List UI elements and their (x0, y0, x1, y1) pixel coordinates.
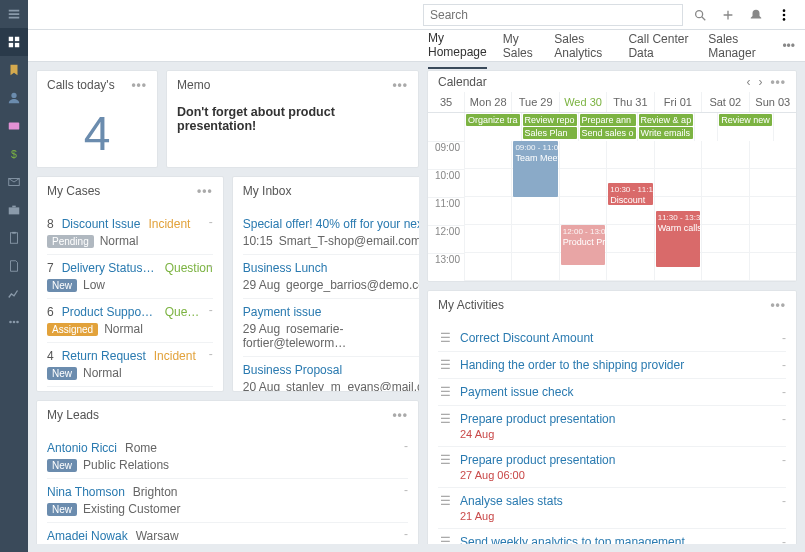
activity-title[interactable]: Send weekly analytics to top management (460, 535, 685, 544)
cal-hour-label: 11:00 (428, 197, 464, 225)
cal-allday-chip[interactable]: Send sales o (580, 127, 636, 139)
row-dash: - (404, 483, 408, 497)
activities-title: My Activities (438, 298, 504, 312)
row-dash: - (782, 385, 786, 399)
activity-row[interactable]: ☰ Analyse sales stats 21 Aug - (438, 488, 786, 529)
case-row[interactable]: 6Product Support QuestionQue… AssignedNo… (47, 299, 213, 343)
cal-allday-chip[interactable]: Review repo (523, 114, 577, 126)
cal-week: 35 (428, 92, 464, 112)
lead-name[interactable]: Amadei Nowak (47, 529, 128, 543)
cal-event[interactable]: 10:30 - 11:15Discount (608, 183, 652, 205)
case-row[interactable]: 4Return RequestIncident NewNormal - (47, 343, 213, 387)
activity-row[interactable]: ☰ Send weekly analytics to top managemen… (438, 529, 786, 544)
search-icon[interactable] (689, 4, 711, 26)
cal-allday-chip[interactable]: Organize tra (466, 114, 520, 126)
lead-row[interactable]: Antonio RicciRome NewPublic Relations - (47, 435, 408, 479)
document-icon[interactable] (0, 252, 28, 280)
mail-icon[interactable] (0, 168, 28, 196)
panel-more-icon[interactable]: ••• (392, 78, 408, 92)
activity-row[interactable]: ☰ Handing the order to the shipping prov… (438, 352, 786, 379)
panel-more-icon[interactable]: ••• (131, 78, 147, 92)
inbox-subject[interactable]: Special offer! 40% off for your next … (243, 217, 419, 231)
activity-row[interactable]: ☰ Payment issue check - (438, 379, 786, 406)
case-type: Que… (165, 305, 200, 319)
activity-title[interactable]: Correct Discount Amount (460, 331, 593, 345)
case-title[interactable]: Delivery Status Check (62, 261, 157, 275)
cal-allday-chip[interactable]: Sales Plan (523, 127, 577, 139)
panel-more-icon[interactable]: ••• (770, 298, 786, 312)
activity-title[interactable]: Prepare product presentation (460, 412, 615, 426)
task-icon: ☰ (438, 453, 452, 467)
inbox-row[interactable]: Business Proposal 20 Augstanley_m_evans@… (243, 357, 419, 391)
tab-analytics[interactable]: Sales Analytics (554, 24, 612, 68)
inbox-subject[interactable]: Payment issue (243, 305, 419, 319)
activity-row[interactable]: ☰ Prepare product presentation 27 Aug 06… (438, 447, 786, 488)
inbox-subject[interactable]: Business Proposal (243, 363, 419, 377)
cal-day-header[interactable]: Tue 29 (511, 92, 558, 112)
calendar-title: Calendar (438, 75, 487, 89)
lead-name[interactable]: Nina Thomson (47, 485, 125, 499)
chart-icon[interactable] (0, 280, 28, 308)
add-icon[interactable] (717, 4, 739, 26)
lead-row[interactable]: Nina ThomsonBrighton NewExisting Custome… (47, 479, 408, 523)
tabs-more-icon[interactable]: ••• (782, 39, 795, 53)
cal-event[interactable]: 09:00 - 11:00Team Meeting (513, 141, 557, 197)
activity-title[interactable]: Payment issue check (460, 385, 573, 399)
lead-row[interactable]: Amadei NowakWarsaw In ProcessPartner - (47, 523, 408, 544)
activity-title[interactable]: Handing the order to the shipping provid… (460, 358, 684, 372)
person-icon[interactable] (0, 84, 28, 112)
memo-title: Memo (177, 78, 210, 92)
inbox-subject[interactable]: Business Lunch (243, 261, 419, 275)
cal-allday-chip[interactable]: Review & ap (639, 114, 694, 126)
dollar-icon[interactable]: $ (0, 140, 28, 168)
activity-title[interactable]: Prepare product presentation (460, 453, 615, 467)
bookmark-icon[interactable] (0, 56, 28, 84)
panel-more-icon[interactable]: ••• (392, 408, 408, 422)
cal-day-header[interactable]: Mon 28 (464, 92, 511, 112)
dashboard-icon[interactable] (0, 28, 28, 56)
more-icon[interactable] (0, 308, 28, 336)
inbox-row[interactable]: Payment issue 29 Augrosemarie-fortier@te… (243, 299, 419, 357)
task-icon: ☰ (438, 385, 452, 399)
case-title[interactable]: Product Support Question (62, 305, 157, 319)
panel-more-icon[interactable]: ••• (197, 184, 213, 198)
menu-icon[interactable] (0, 0, 28, 28)
case-title[interactable]: Discount Issue (62, 217, 141, 231)
activity-title[interactable]: Analyse sales stats (460, 494, 563, 508)
bell-icon[interactable] (745, 4, 767, 26)
case-row[interactable]: 3Asking for compensation due to … Pendin… (47, 387, 213, 391)
cal-allday-chip[interactable]: Review new (719, 114, 772, 126)
tab-sales[interactable]: My Sales (503, 24, 539, 68)
svg-rect-5 (9, 123, 20, 130)
cal-day-header[interactable]: Sun 03 (749, 92, 796, 112)
cal-allday-chip[interactable]: Prepare ann (580, 114, 636, 126)
inbox-row[interactable]: Special offer! 40% off for your next … 1… (243, 211, 419, 255)
kebab-icon[interactable] (773, 4, 795, 26)
cal-day-header[interactable]: Fri 01 (654, 92, 701, 112)
activity-row[interactable]: ☰ Correct Discount Amount - (438, 325, 786, 352)
row-dash: - (404, 527, 408, 541)
task-icon: ☰ (438, 358, 452, 372)
cal-event[interactable]: 11:30 - 13:30Warm calls to repeat custom… (656, 211, 700, 267)
inbox-row[interactable]: Business Lunch 29 Auggeorge_barrios@demo… (243, 255, 419, 299)
cal-event[interactable]: 12:00 - 13:00Product Presentation (561, 225, 605, 265)
clipboard-icon[interactable] (0, 224, 28, 252)
cal-allday-chip[interactable]: Write emails (639, 127, 694, 139)
cal-day-header[interactable]: Sat 02 (701, 92, 748, 112)
card-icon[interactable] (0, 112, 28, 140)
case-row[interactable]: 7Delivery Status CheckQuestion NewLow - (47, 255, 213, 299)
cal-prev-icon[interactable]: ‹ (746, 75, 750, 89)
tab-manager[interactable]: Sales Manager (708, 24, 766, 68)
tab-callcenter[interactable]: Call Center Data (628, 24, 692, 68)
briefcase-icon[interactable] (0, 196, 28, 224)
cal-day-header[interactable]: Wed 30 (559, 92, 606, 112)
case-row[interactable]: 8Discount IssueIncident PendingNormal - (47, 211, 213, 255)
lead-name[interactable]: Antonio Ricci (47, 441, 117, 455)
panel-more-icon[interactable]: ••• (770, 75, 786, 89)
activity-row[interactable]: ☰ Prepare product presentation 24 Aug - (438, 406, 786, 447)
cal-day-col: 10:30 - 11:15Discount (606, 141, 653, 281)
cal-next-icon[interactable]: › (758, 75, 762, 89)
cal-day-header[interactable]: Thu 31 (606, 92, 653, 112)
sidebar: $ (0, 0, 28, 552)
case-title[interactable]: Return Request (62, 349, 146, 363)
